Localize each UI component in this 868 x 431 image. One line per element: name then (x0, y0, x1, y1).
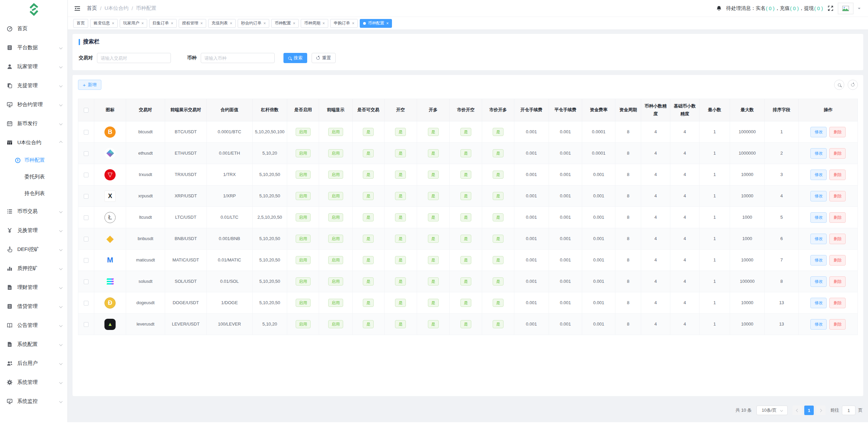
tab-coin-period[interactable]: 币种周期× (301, 19, 328, 28)
row-checkbox[interactable] (84, 237, 88, 241)
row-checkbox[interactable] (84, 215, 88, 220)
edit-button[interactable]: 修改 (810, 127, 827, 137)
sidebar-item-second-contract[interactable]: 秒合约管理 (0, 95, 67, 114)
close-icon[interactable]: × (200, 21, 203, 25)
menu-fold-icon[interactable] (74, 5, 81, 12)
search-toggle-button[interactable] (834, 80, 844, 90)
sidebar-item-wealth-manage[interactable]: 理财管理 (0, 278, 67, 297)
logo[interactable] (0, 1, 67, 19)
tab-auth-manage[interactable]: 授权管理× (179, 19, 206, 28)
sidebar-item-deposit-withdraw[interactable]: 充提管理 (0, 76, 67, 95)
edit-button[interactable]: 修改 (810, 276, 827, 287)
tab-home[interactable]: 首页 (73, 19, 88, 28)
sidebar-subitem-coin-config[interactable]: 币种配置 (0, 152, 67, 169)
delete-button[interactable]: 删除 (829, 170, 846, 180)
close-icon[interactable]: × (171, 21, 173, 25)
sidebar-item-admin-users[interactable]: 后台用户 (0, 354, 67, 373)
row-checkbox[interactable] (84, 301, 88, 306)
breadcrumb-item[interactable]: U本位合约 (104, 5, 129, 12)
fullscreen-icon[interactable] (828, 5, 833, 11)
close-icon[interactable]: × (141, 21, 144, 25)
delete-button[interactable]: 删除 (829, 127, 846, 137)
breadcrumb-item[interactable]: 币种配置 (136, 5, 156, 12)
sidebar-item-pledge-mining[interactable]: 质押挖矿 (0, 259, 67, 278)
delete-button[interactable]: 删除 (829, 255, 846, 266)
reset-button[interactable]: 重置 (312, 53, 336, 63)
sidebar-item-system-manage[interactable]: 系统管理 (0, 373, 67, 392)
close-icon[interactable]: × (293, 21, 295, 25)
page-number-1[interactable]: 1 (804, 406, 814, 415)
sidebar-item-exchange-manage[interactable]: 兑换管理 (0, 221, 67, 240)
close_fee-cell: 0.001 (549, 185, 582, 207)
delete-button[interactable]: 删除 (829, 148, 846, 159)
goto-page-input[interactable] (842, 406, 855, 415)
delete-button[interactable]: 删除 (829, 298, 846, 308)
sidebar-item-new-coin-issue[interactable]: 新币发行 (0, 114, 67, 133)
tab-coin-config[interactable]: 币种配置× (271, 19, 299, 28)
tab-coin-config-active[interactable]: 币种配置× (360, 19, 392, 28)
coin-input[interactable] (201, 53, 275, 63)
edit-button[interactable]: 修改 (810, 148, 827, 159)
row-checkbox[interactable] (84, 322, 88, 327)
sidebar-item-label: DEFI挖矿 (17, 246, 39, 253)
add-button[interactable]: + 新增 (78, 80, 101, 90)
delete-button[interactable]: 删除 (829, 191, 846, 201)
row-checkbox[interactable] (84, 173, 88, 177)
sidebar-item-notice-manage[interactable]: 公告管理 (0, 316, 67, 335)
edit-button[interactable]: 修改 (810, 234, 827, 244)
close-icon[interactable]: × (230, 21, 232, 25)
tab-second-contract-order[interactable]: 秒合约订单× (238, 19, 269, 28)
row-checkbox[interactable] (84, 151, 88, 156)
delete-button[interactable]: 删除 (829, 276, 846, 287)
next-page-button[interactable] (816, 406, 826, 415)
chevron-down-icon[interactable] (858, 8, 861, 11)
tab-subscribe-order[interactable]: 申购订单× (330, 19, 358, 28)
sidebar-item-usdt-contract[interactable]: U本位合约 (0, 133, 67, 152)
tab-collect-order[interactable]: 归集订单× (149, 19, 177, 28)
tradable-cell: 是 (352, 228, 384, 250)
close-icon[interactable]: × (112, 21, 114, 25)
refresh-table-button[interactable] (848, 80, 858, 90)
sidebar-item-system-config[interactable]: 系统配置 (0, 335, 67, 354)
edit-button[interactable]: 修改 (810, 298, 827, 308)
close-icon[interactable]: × (352, 21, 354, 25)
row-checkbox[interactable] (84, 130, 88, 135)
edit-button[interactable]: 修改 (810, 255, 827, 266)
sidebar-item-home[interactable]: 首页 (0, 19, 67, 38)
row-checkbox[interactable] (84, 279, 88, 284)
edit-button[interactable]: 修改 (810, 319, 827, 330)
sidebar-item-coin-trade[interactable]: 币币交易 (0, 202, 67, 221)
table-row: XxrpusdtXRP/USDT1/XRP5,10,20,50启用启用是是是是是… (78, 185, 858, 207)
tab-account-change[interactable]: 账变信息× (90, 19, 118, 28)
sidebar-subitem-entrust-list[interactable]: 委托列表 (0, 169, 67, 185)
sidebar-item-player-manage[interactable]: 玩家管理 (0, 57, 67, 76)
tab-player-user[interactable]: 玩家用户× (120, 19, 147, 28)
delete-button[interactable]: 删除 (829, 319, 846, 330)
edit-button[interactable]: 修改 (810, 212, 827, 223)
sidebar-item-system-monitor[interactable]: 系统监控 (0, 392, 67, 411)
delete-button[interactable]: 删除 (829, 234, 846, 244)
edit-button[interactable]: 修改 (810, 191, 827, 201)
avatar[interactable] (838, 3, 853, 14)
tab-recharge-list[interactable]: 充值列表× (208, 19, 236, 28)
sidebar-subitem-position-list[interactable]: 持仓列表 (0, 185, 67, 202)
prev-page-button[interactable] (792, 406, 802, 415)
close-icon[interactable]: × (322, 21, 325, 25)
sidebar-item-loan-manage[interactable]: 借贷管理 (0, 297, 67, 316)
select-all-checkbox[interactable] (84, 108, 88, 113)
bell-icon[interactable] (716, 5, 722, 11)
close-icon[interactable]: × (263, 21, 266, 25)
sidebar-item-platform-data[interactable]: 平台数据 (0, 38, 67, 57)
close-icon[interactable]: × (386, 21, 389, 25)
dashboard-icon (7, 26, 13, 32)
tab-label: 充值列表 (212, 20, 228, 26)
sidebar-item-defi-mining[interactable]: DEFI挖矿 (0, 240, 67, 259)
row-checkbox[interactable] (84, 258, 88, 263)
search-button[interactable]: 搜索 (283, 53, 307, 63)
edit-button[interactable]: 修改 (810, 170, 827, 180)
delete-button[interactable]: 删除 (829, 212, 846, 223)
pair-input[interactable] (97, 53, 171, 63)
row-checkbox[interactable] (84, 194, 88, 199)
page-size-select[interactable]: 10条/页 (756, 406, 788, 415)
chevron-up-icon (59, 141, 63, 144)
